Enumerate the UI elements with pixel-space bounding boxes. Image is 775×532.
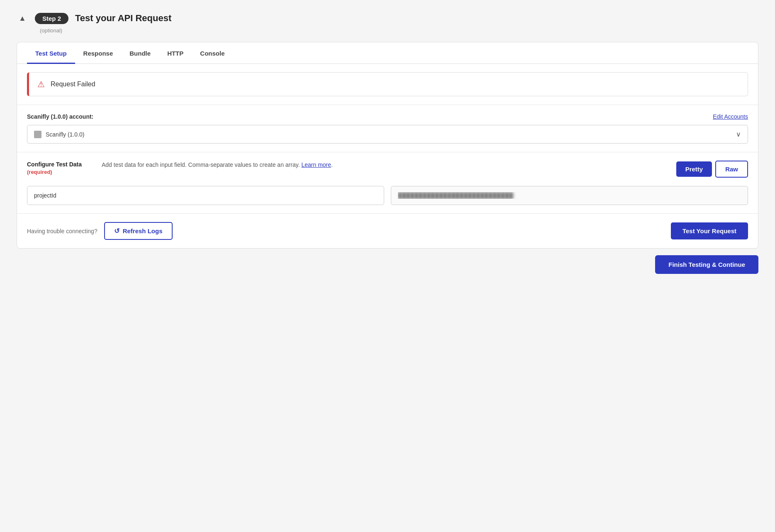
account-section-header: Scanifly (1.0.0) account: Edit Accounts bbox=[27, 113, 748, 120]
configure-title: Configure Test Data bbox=[27, 161, 93, 169]
project-id-input[interactable] bbox=[27, 186, 384, 205]
trouble-refresh-group: Having trouble connecting? ↺ Refresh Log… bbox=[27, 222, 173, 240]
chevron-down-icon: ∨ bbox=[736, 130, 741, 138]
collapse-icon[interactable]: ▲ bbox=[17, 12, 28, 24]
request-failed-section: ⚠ Request Failed bbox=[17, 64, 758, 105]
account-dropdown[interactable]: Scanifly (1.0.0) ∨ bbox=[27, 125, 748, 144]
format-buttons: Pretty Raw bbox=[676, 161, 748, 178]
required-badge: (required) bbox=[27, 169, 93, 175]
refresh-label: Refresh Logs bbox=[123, 227, 163, 234]
configure-label-block: Configure Test Data (required) bbox=[27, 161, 93, 175]
tab-console[interactable]: Console bbox=[192, 42, 233, 64]
refresh-logs-button[interactable]: ↺ Refresh Logs bbox=[104, 222, 173, 240]
account-icon bbox=[34, 131, 41, 138]
tab-test-setup[interactable]: Test Setup bbox=[27, 42, 75, 64]
pretty-button[interactable]: Pretty bbox=[676, 161, 712, 177]
configure-inner: Configure Test Data (required) Add test … bbox=[27, 161, 748, 178]
fields-row bbox=[27, 186, 748, 205]
page-title: Test your API Request bbox=[75, 13, 171, 24]
step-badge: Step 2 bbox=[35, 13, 68, 24]
finish-btn-row: Finish Testing & Continue bbox=[17, 255, 758, 274]
main-card: Test Setup Response Bundle HTTP Console … bbox=[17, 42, 758, 249]
learn-more-link[interactable]: Learn more bbox=[301, 161, 331, 168]
optional-label: (optional) bbox=[40, 27, 758, 34]
tab-http[interactable]: HTTP bbox=[159, 42, 192, 64]
raw-button[interactable]: Raw bbox=[715, 161, 748, 178]
request-failed-text: Request Failed bbox=[51, 81, 95, 88]
edit-accounts-link[interactable]: Edit Accounts bbox=[713, 113, 748, 120]
tab-response[interactable]: Response bbox=[75, 42, 122, 64]
account-name: Scanifly (1.0.0) bbox=[46, 131, 84, 138]
bottom-action-row: Having trouble connecting? ↺ Refresh Log… bbox=[17, 214, 758, 248]
tab-bundle[interactable]: Bundle bbox=[121, 42, 159, 64]
tabs-bar: Test Setup Response Bundle HTTP Console bbox=[17, 42, 758, 64]
value-input[interactable] bbox=[391, 186, 748, 205]
trouble-text: Having trouble connecting? bbox=[27, 228, 97, 234]
account-dropdown-left: Scanifly (1.0.0) bbox=[34, 131, 84, 138]
request-failed-banner: ⚠ Request Failed bbox=[27, 72, 748, 96]
bottom-right-actions: Test Your Request bbox=[671, 222, 748, 239]
configure-description: Add test data for each input field. Comm… bbox=[102, 161, 668, 169]
account-section: Scanifly (1.0.0) account: Edit Accounts … bbox=[17, 105, 758, 152]
test-request-button[interactable]: Test Your Request bbox=[671, 222, 748, 239]
warning-icon: ⚠ bbox=[37, 79, 45, 89]
refresh-icon: ↺ bbox=[114, 227, 119, 235]
finish-button[interactable]: Finish Testing & Continue bbox=[655, 255, 758, 274]
account-label: Scanifly (1.0.0) account: bbox=[27, 113, 93, 120]
configure-section: Configure Test Data (required) Add test … bbox=[17, 152, 758, 214]
